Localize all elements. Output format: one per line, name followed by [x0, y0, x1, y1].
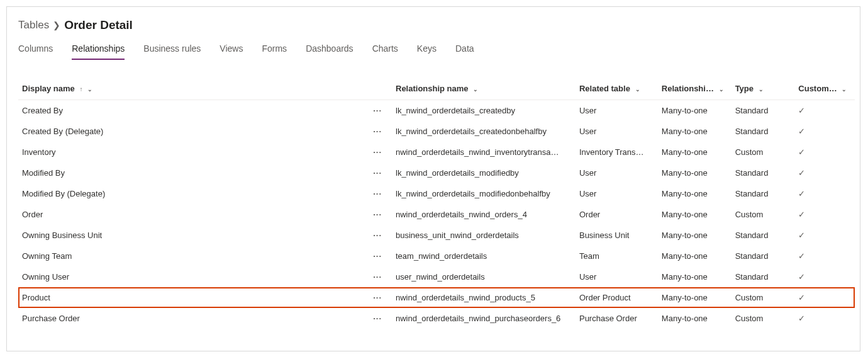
cell-related-table: Team — [576, 246, 658, 266]
cell-display-name[interactable]: Created By (Delegate) — [18, 121, 360, 142]
check-icon: ✓ — [798, 231, 805, 240]
cell-display-name[interactable]: Owning Business Unit — [18, 225, 360, 246]
row-more-icon[interactable]: ··· — [360, 162, 392, 183]
cell-related-table: Inventory Trans… — [576, 142, 658, 162]
cell-type: Custom — [732, 204, 795, 225]
cell-display-name[interactable]: Owning User — [18, 266, 360, 287]
cell-display-name[interactable]: Owning Team — [18, 246, 360, 266]
row-more-icon[interactable]: ··· — [360, 183, 392, 204]
cell-customizable: ✓ — [794, 266, 855, 287]
cell-related-table: User — [576, 100, 658, 122]
cell-type: Standard — [732, 162, 795, 183]
tab-business-rules[interactable]: Business rules — [143, 43, 201, 60]
col-header-type[interactable]: Type ⌄ — [732, 79, 795, 100]
col-header-display-name[interactable]: Display name ↑ ⌄ — [18, 79, 360, 100]
chevron-down-icon[interactable]: ⌄ — [87, 86, 92, 93]
cell-relationship-type: Many-to-one — [658, 100, 732, 122]
cell-display-name[interactable]: Modified By — [18, 162, 360, 183]
chevron-down-icon[interactable]: ⌄ — [473, 86, 478, 93]
row-more-icon[interactable]: ··· — [360, 266, 392, 287]
cell-related-table: Order — [576, 204, 658, 225]
cell-display-name[interactable]: Order — [18, 204, 360, 225]
check-icon: ✓ — [798, 314, 805, 323]
cell-customizable: ✓ — [794, 183, 855, 204]
cell-related-table: Order Product — [576, 287, 658, 308]
cell-type: Custom — [732, 287, 795, 308]
cell-relationship-name: business_unit_nwind_orderdetails — [392, 225, 576, 246]
chevron-down-icon[interactable]: ⌄ — [842, 86, 847, 93]
table-row[interactable]: Modified By (Delegate)···lk_nwind_orderd… — [18, 183, 855, 204]
row-more-icon[interactable]: ··· — [360, 204, 392, 225]
row-more-icon[interactable]: ··· — [360, 100, 392, 122]
tab-forms[interactable]: Forms — [262, 43, 287, 60]
check-icon: ✓ — [798, 293, 805, 302]
cell-customizable: ✓ — [794, 100, 855, 122]
cell-relationship-type: Many-to-one — [658, 308, 732, 329]
check-icon: ✓ — [798, 106, 805, 115]
cell-relationship-name: lk_nwind_orderdetails_createdby — [392, 100, 576, 122]
tab-dashboards[interactable]: Dashboards — [306, 43, 353, 60]
cell-relationship-name: lk_nwind_orderdetails_modifiedby — [392, 162, 576, 183]
table-row[interactable]: Created By···lk_nwind_orderdetails_creat… — [18, 100, 855, 122]
row-more-icon[interactable]: ··· — [360, 308, 392, 329]
col-header-related-table[interactable]: Related table ⌄ — [576, 79, 658, 100]
tab-keys[interactable]: Keys — [417, 43, 437, 60]
col-header-relationship-name[interactable]: Relationship name ⌄ — [392, 79, 576, 100]
cell-display-name[interactable]: Modified By (Delegate) — [18, 183, 360, 204]
cell-display-name[interactable]: Purchase Order — [18, 308, 360, 329]
chevron-down-icon[interactable]: ⌄ — [635, 86, 640, 93]
cell-customizable: ✓ — [794, 225, 855, 246]
tab-columns[interactable]: Columns — [18, 43, 53, 60]
chevron-down-icon[interactable]: ⌄ — [719, 86, 724, 93]
cell-customizable: ✓ — [794, 204, 855, 225]
check-icon: ✓ — [798, 127, 805, 136]
table-row[interactable]: Owning Team···team_nwind_orderdetailsTea… — [18, 246, 855, 266]
cell-type: Custom — [732, 308, 795, 329]
check-icon: ✓ — [798, 272, 805, 282]
cell-relationship-name: nwind_orderdetails_nwind_inventorytransa… — [392, 142, 576, 162]
cell-type: Standard — [732, 121, 795, 142]
breadcrumb-root[interactable]: Tables — [18, 19, 49, 31]
cell-related-table: Business Unit — [576, 225, 658, 246]
col-header-relationship-type[interactable]: Relationshi… ⌄ — [658, 79, 732, 100]
cell-relationship-type: Many-to-one — [658, 162, 732, 183]
check-icon: ✓ — [798, 168, 805, 178]
table-row[interactable]: Owning User···user_nwind_orderdetailsUse… — [18, 266, 855, 287]
tab-views[interactable]: Views — [220, 43, 243, 60]
cell-relationship-name: nwind_orderdetails_nwind_purchaseorders_… — [392, 308, 576, 329]
tab-charts[interactable]: Charts — [372, 43, 398, 60]
row-more-icon[interactable]: ··· — [360, 287, 392, 308]
cell-display-name[interactable]: Product — [18, 287, 360, 308]
cell-customizable: ✓ — [794, 308, 855, 329]
cell-display-name[interactable]: Inventory — [18, 142, 360, 162]
table-row[interactable]: Modified By···lk_nwind_orderdetails_modi… — [18, 162, 855, 183]
cell-relationship-name: lk_nwind_orderdetails_modifiedonbehalfby — [392, 183, 576, 204]
cell-relationship-name: user_nwind_orderdetails — [392, 266, 576, 287]
check-icon: ✓ — [798, 189, 805, 198]
cell-relationship-type: Many-to-one — [658, 142, 732, 162]
row-more-icon[interactable]: ··· — [360, 225, 392, 246]
cell-type: Standard — [732, 225, 795, 246]
table-row[interactable]: Order···nwind_orderdetails_nwind_orders_… — [18, 204, 855, 225]
tab-relationships[interactable]: Relationships — [72, 43, 125, 60]
table-row[interactable]: Purchase Order···nwind_orderdetails_nwin… — [18, 308, 855, 329]
breadcrumb-current: Order Detail — [64, 18, 133, 32]
cell-related-table: User — [576, 162, 658, 183]
cell-customizable: ✓ — [794, 162, 855, 183]
cell-relationship-name: nwind_orderdetails_nwind_products_5 — [392, 287, 576, 308]
cell-type: Standard — [732, 100, 795, 122]
tab-data[interactable]: Data — [455, 43, 474, 60]
check-icon: ✓ — [798, 147, 805, 157]
row-more-icon[interactable]: ··· — [360, 246, 392, 266]
table-row[interactable]: Product···nwind_orderdetails_nwind_produ… — [18, 287, 855, 308]
cell-related-table: User — [576, 266, 658, 287]
table-row[interactable]: Inventory···nwind_orderdetails_nwind_inv… — [18, 142, 855, 162]
cell-relationship-type: Many-to-one — [658, 246, 732, 266]
chevron-down-icon[interactable]: ⌄ — [759, 86, 764, 93]
table-row[interactable]: Owning Business Unit···business_unit_nwi… — [18, 225, 855, 246]
cell-display-name[interactable]: Created By — [18, 100, 360, 122]
row-more-icon[interactable]: ··· — [360, 121, 392, 142]
row-more-icon[interactable]: ··· — [360, 142, 392, 162]
col-header-customizable[interactable]: Custom… ⌄ — [794, 79, 855, 100]
table-row[interactable]: Created By (Delegate)···lk_nwind_orderde… — [18, 121, 855, 142]
